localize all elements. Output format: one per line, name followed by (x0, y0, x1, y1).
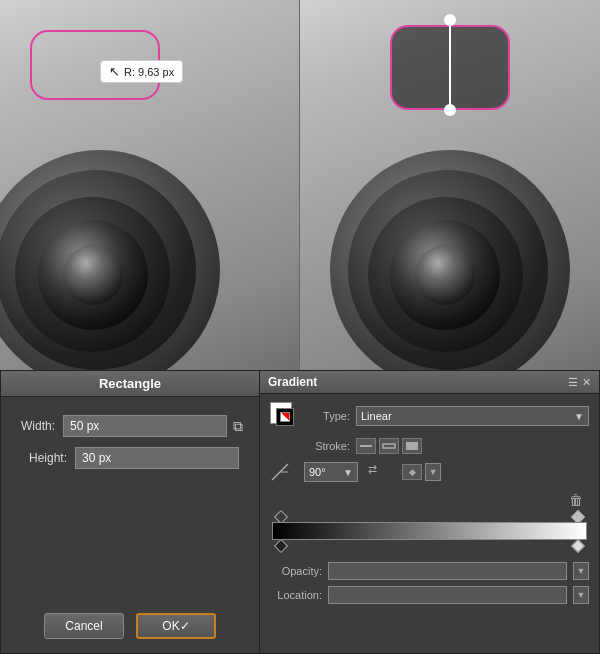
reverse-icon-area: ⇄ (368, 462, 396, 482)
angle-value: 90° (309, 466, 326, 478)
radius-tooltip: ↖ R: 9,63 px (100, 60, 183, 83)
reverse-icon[interactable]: ⇄ (368, 463, 377, 475)
stop-control-1[interactable]: ◆ (402, 464, 422, 480)
dialog-title: Rectangle (99, 376, 161, 391)
bottom-row: Rectangle Width: ⧉ Height: Cancel OK✓ Gr… (0, 370, 600, 654)
type-dropdown-arrow: ▼ (574, 411, 584, 422)
top-stops-row (272, 510, 587, 522)
opacity-input[interactable] (328, 562, 567, 580)
dialog-buttons: Cancel OK✓ (1, 603, 259, 653)
right-camera-panel (300, 0, 600, 370)
angle-icon (270, 462, 290, 482)
angle-icon-placeholder (270, 462, 298, 482)
gradient-bar[interactable] (272, 522, 587, 540)
location-label: Location: (270, 589, 322, 601)
gradient-bar-area: 🗑 (270, 488, 589, 556)
stroke-icons (356, 438, 422, 454)
gradient-swatch (270, 402, 298, 430)
type-label: Type: (304, 410, 350, 422)
svg-rect-1 (383, 444, 395, 448)
opacity-arrow[interactable]: ▼ (573, 562, 589, 580)
stroke-svg-2 (382, 441, 396, 451)
location-arrow[interactable]: ▼ (573, 586, 589, 604)
title-icons: ☰ ✕ (568, 376, 591, 389)
svg-rect-2 (406, 442, 418, 450)
cancel-button[interactable]: Cancel (44, 613, 124, 639)
grad-stop-bottom-left[interactable] (274, 539, 288, 553)
gradient-title: Gradient (268, 375, 317, 389)
dialog-titlebar: Rectangle (1, 371, 259, 397)
stroke-svg-3 (405, 441, 419, 451)
bottom-stops-row (272, 540, 587, 552)
lens-center-right (415, 245, 475, 305)
stop-arrow[interactable]: ▼ (425, 463, 441, 481)
stroke-label: Stroke: (304, 440, 350, 452)
gradient-handle-bottom[interactable] (444, 104, 456, 116)
grad-stop-bottom-right[interactable] (571, 539, 585, 553)
swatch-black (276, 408, 294, 426)
location-input[interactable] (328, 586, 567, 604)
lens-center-left (63, 245, 123, 305)
top-row: ↖ R: 9,63 px (0, 0, 600, 370)
gradient-titlebar: Gradient ☰ ✕ (260, 371, 599, 394)
type-row: Type: Linear ▼ (270, 402, 589, 430)
location-row: Location: ▼ (270, 586, 589, 604)
gradient-handle-line (449, 20, 451, 110)
type-value: Linear (361, 410, 392, 422)
height-label: Height: (21, 451, 67, 465)
height-row: Height: (21, 447, 239, 469)
angle-dropdown-arrow: ▼ (343, 467, 353, 478)
delete-row: 🗑 (272, 492, 587, 508)
ok-button[interactable]: OK✓ (136, 613, 216, 639)
dialog-body: Width: ⧉ Height: (1, 397, 259, 603)
width-input[interactable] (63, 415, 227, 437)
cursor-icon: ↖ (109, 64, 120, 79)
width-row: Width: ⧉ (21, 415, 239, 437)
height-input[interactable] (75, 447, 239, 469)
ok-label: OK (162, 619, 179, 633)
stroke-icon-1[interactable] (356, 438, 376, 454)
stroke-swatch-placeholder (270, 436, 298, 456)
opacity-label: Opacity: (270, 565, 322, 577)
extra-controls: ◆ ▼ (402, 463, 441, 481)
gradient-handle-top[interactable] (444, 14, 456, 26)
type-dropdown[interactable]: Linear ▼ (356, 406, 589, 426)
swatch-inner (280, 412, 290, 422)
stroke-icon-2[interactable] (379, 438, 399, 454)
gradient-content: Type: Linear ▼ Stroke: (260, 394, 599, 653)
stroke-row: Stroke: (270, 436, 589, 456)
stroke-svg-1 (359, 441, 373, 451)
rectangle-dialog: Rectangle Width: ⧉ Height: Cancel OK✓ (0, 370, 260, 654)
width-label: Width: (21, 419, 55, 433)
gradient-panel: Gradient ☰ ✕ Type: Linear ▼ (260, 370, 600, 654)
angle-dropdown[interactable]: 90° ▼ (304, 462, 358, 482)
tooltip-text: R: 9,63 px (124, 66, 174, 78)
left-camera-panel: ↖ R: 9,63 px (0, 0, 300, 370)
opacity-row: Opacity: ▼ (270, 562, 589, 580)
panel-close-icon[interactable]: ✕ (582, 376, 591, 389)
svg-rect-0 (360, 445, 372, 447)
link-icon: ⧉ (233, 418, 243, 435)
angle-row: 90° ▼ ⇄ ◆ ▼ (270, 462, 589, 482)
stroke-icon-3[interactable] (402, 438, 422, 454)
delete-stop-icon[interactable]: 🗑 (569, 492, 587, 508)
panel-menu-icon[interactable]: ☰ (568, 376, 578, 389)
